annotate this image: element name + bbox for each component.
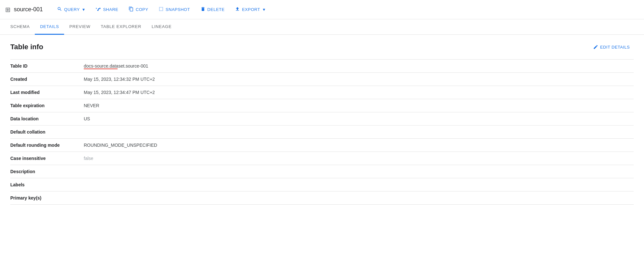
table-row: Primary key(s) (10, 191, 634, 205)
row-value (81, 165, 634, 178)
query-chevron-icon: ▼ (82, 7, 86, 12)
delete-label: DELETE (207, 7, 225, 12)
tab-details-label: DETAILS (40, 24, 59, 29)
row-label: Description (10, 165, 81, 178)
snapshot-icon (159, 6, 164, 13)
copy-label: COPY (136, 7, 148, 12)
toolbar: ⊞ source-001 QUERY ▼ SHARE COPY SNAPSHOT (0, 0, 644, 19)
table-id-value: docs-source.dataset.source-001 (84, 63, 148, 69)
row-label: Table expiration (10, 99, 81, 112)
row-value (81, 126, 634, 139)
snapshot-label: SNAPSHOT (166, 7, 190, 12)
table-row: Case insensitivefalse (10, 152, 634, 165)
tab-table-explorer[interactable]: TABLE EXPLORER (96, 19, 147, 35)
tab-bar: SCHEMA DETAILS PREVIEW TABLE EXPLORER LI… (0, 19, 644, 35)
export-label: EXPORT (242, 7, 260, 12)
row-label: Table ID (10, 60, 81, 73)
share-button[interactable]: SHARE (92, 5, 122, 15)
table-row: Description (10, 165, 634, 178)
row-label: Data location (10, 112, 81, 126)
info-table: Table IDdocs-source.dataset.source-001Cr… (10, 59, 634, 205)
row-value: docs-source.dataset.source-001 (81, 60, 634, 73)
row-label: Case insensitive (10, 152, 81, 165)
tab-details[interactable]: DETAILS (35, 19, 64, 35)
table-row: Data locationUS (10, 112, 634, 126)
export-button[interactable]: EXPORT ▼ (231, 5, 270, 15)
query-button[interactable]: QUERY ▼ (53, 5, 90, 15)
delete-icon (200, 6, 206, 13)
section-title: Table info (10, 43, 43, 51)
tab-schema-label: SCHEMA (10, 24, 30, 29)
tab-table-explorer-label: TABLE EXPLORER (101, 24, 141, 29)
snapshot-button[interactable]: SNAPSHOT (155, 5, 194, 15)
row-value: May 15, 2023, 12:34:32 PM UTC+2 (81, 73, 634, 86)
table-row: CreatedMay 15, 2023, 12:34:32 PM UTC+2 (10, 73, 634, 86)
row-label: Default collation (10, 126, 81, 139)
export-chevron-icon: ▼ (262, 7, 266, 12)
row-label: Primary key(s) (10, 191, 81, 205)
table-row: Table expirationNEVER (10, 99, 634, 112)
row-label: Created (10, 73, 81, 86)
table-row: Last modifiedMay 15, 2023, 12:34:47 PM U… (10, 86, 634, 99)
tab-schema[interactable]: SCHEMA (5, 19, 35, 35)
table-row: Default collation (10, 126, 634, 139)
tab-lineage[interactable]: LINEAGE (147, 19, 177, 35)
row-label: Last modified (10, 86, 81, 99)
share-icon (96, 6, 101, 13)
row-value (81, 178, 634, 191)
table-row: Table IDdocs-source.dataset.source-001 (10, 60, 634, 73)
delete-button[interactable]: DELETE (197, 5, 229, 15)
export-icon (235, 6, 240, 13)
copy-icon (129, 6, 134, 13)
table-row: Default rounding modeROUNDING_MODE_UNSPE… (10, 139, 634, 152)
table-row: Labels (10, 178, 634, 191)
tab-preview[interactable]: PREVIEW (64, 19, 96, 35)
row-value: US (81, 112, 634, 126)
copy-button[interactable]: COPY (125, 5, 152, 15)
row-value: NEVER (81, 99, 634, 112)
tab-lineage-label: LINEAGE (152, 24, 172, 29)
row-value: ROUNDING_MODE_UNSPECIFIED (81, 139, 634, 152)
main-content: Table info EDIT DETAILS Table IDdocs-sou… (0, 35, 644, 212)
row-value (81, 191, 634, 205)
row-value: false (81, 152, 634, 165)
resource-name: source-001 (14, 6, 43, 13)
query-icon (57, 6, 62, 13)
table-grid-icon: ⊞ (5, 6, 11, 14)
section-header: Table info EDIT DETAILS (10, 42, 634, 51)
edit-details-label: EDIT DETAILS (600, 45, 630, 50)
edit-details-button[interactable]: EDIT DETAILS (589, 42, 634, 51)
toolbar-title: ⊞ source-001 (5, 6, 43, 14)
row-value: May 15, 2023, 12:34:47 PM UTC+2 (81, 86, 634, 99)
row-label: Default rounding mode (10, 139, 81, 152)
row-label: Labels (10, 178, 81, 191)
tab-preview-label: PREVIEW (69, 24, 91, 29)
query-label: QUERY (64, 7, 80, 12)
share-label: SHARE (103, 7, 118, 12)
